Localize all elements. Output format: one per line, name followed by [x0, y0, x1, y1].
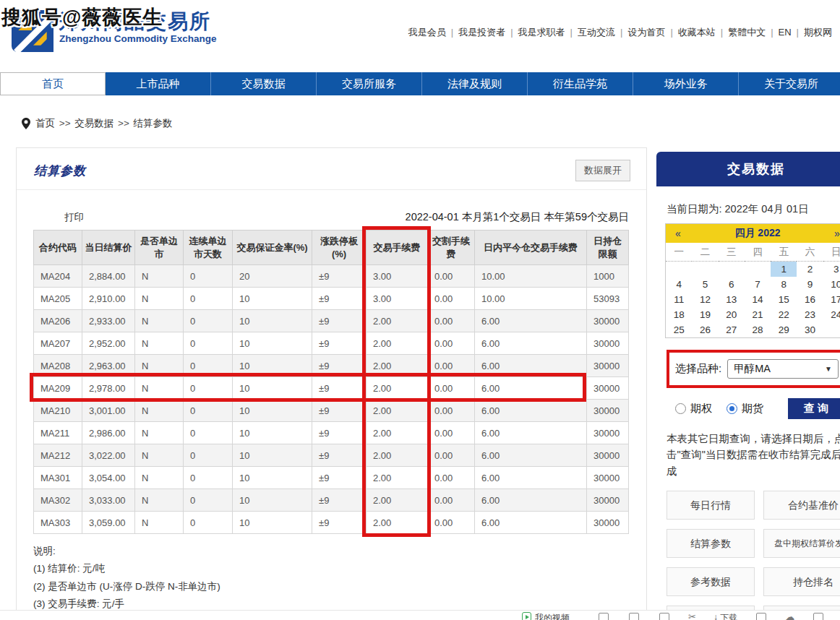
breadcrumb-item[interactable]: 首页: [35, 118, 55, 129]
calendar-day[interactable]: 19: [692, 307, 718, 322]
play-icon[interactable]: [522, 612, 531, 620]
calendar-day[interactable]: 5: [692, 277, 718, 292]
chevron-down-icon: ▼: [825, 365, 832, 373]
table-cell: 2.00: [367, 444, 428, 467]
sidebar-button[interactable]: 盘中期权结算价发布: [763, 529, 840, 558]
calendar-day[interactable]: 17: [823, 292, 840, 307]
calendar-day[interactable]: 18: [666, 307, 692, 322]
calendar-day[interactable]: 3: [823, 262, 840, 277]
table-cell: 6.00: [475, 422, 587, 444]
calendar-day-selected[interactable]: 1: [771, 262, 797, 277]
calendar-day[interactable]: 6: [719, 277, 745, 292]
sidebar-button[interactable]: 参考数据: [667, 567, 755, 596]
sidebar-button[interactable]: 持仓排名: [763, 567, 840, 596]
chat-icon[interactable]: [659, 613, 669, 620]
header-links: 我是会员|我是投资者|我是求职者|互动交流|设为首页|收藏本站|繁體中文|EN|…: [403, 26, 837, 39]
table-cell: 2,933.00: [82, 310, 135, 332]
table-cell: 6.00: [475, 444, 587, 467]
window-icon[interactable]: [813, 613, 823, 620]
table-cell: 2.00: [367, 422, 428, 444]
calendar-day[interactable]: 25: [666, 322, 692, 337]
header-link[interactable]: 收藏本站: [673, 27, 721, 38]
header-link[interactable]: 我是投资者: [453, 27, 510, 38]
calendar-day: [719, 262, 745, 277]
calendar-day[interactable]: 14: [745, 292, 771, 307]
table-cell: N: [135, 377, 184, 400]
data-expand-button[interactable]: 数据展开: [575, 160, 630, 181]
nav-tab[interactable]: 交易所服务: [317, 72, 422, 95]
cloud-icon[interactable]: ☁: [785, 612, 794, 620]
calendar-next-icon[interactable]: »: [825, 228, 840, 239]
calendar-day[interactable]: 4: [666, 277, 692, 292]
table-header-cell: 合约代码: [34, 231, 82, 265]
header-link[interactable]: 我是求职者: [513, 27, 570, 38]
breadcrumb-item[interactable]: 结算参数: [134, 118, 173, 129]
query-button[interactable]: 查询: [788, 398, 840, 419]
printer-icon[interactable]: [756, 613, 766, 620]
calendar-day[interactable]: 9: [797, 277, 823, 292]
header-link[interactable]: 设为首页: [622, 27, 670, 38]
print-link[interactable]: 打印: [64, 211, 84, 224]
calendar-day[interactable]: 29: [771, 322, 797, 337]
table-cell: MA205: [34, 288, 82, 310]
trading-data-sidebar: 交易数据 当前日期为: 2022年 04月 01日 « 四月 2022 » 一二…: [656, 152, 840, 620]
table-cell: 10: [233, 377, 312, 400]
table-cell: 0: [184, 332, 233, 355]
calendar-day[interactable]: 15: [771, 292, 797, 307]
download-button[interactable]: ↓ 下载: [713, 612, 737, 620]
table-cell: 0: [184, 288, 233, 310]
table-cell: ±9: [312, 489, 367, 512]
nav-tab[interactable]: 衍生品学苑: [528, 72, 633, 95]
table-cell: MA212: [34, 444, 82, 467]
calendar-day[interactable]: 7: [745, 277, 771, 292]
header-link[interactable]: 我是会员: [403, 27, 451, 38]
image-icon[interactable]: [629, 613, 639, 620]
product-dropdown[interactable]: 甲醇MA ▼: [727, 359, 839, 379]
header-link[interactable]: 互动交流: [573, 27, 620, 38]
table-cell: 2.00: [367, 400, 428, 422]
table-cell: 10: [233, 422, 312, 444]
table-cell: 2.00: [367, 467, 428, 489]
screen-icon[interactable]: [599, 613, 609, 620]
radio-期货[interactable]: 期货: [727, 402, 763, 416]
product-dropdown-value: 甲醇MA: [734, 362, 771, 376]
calendar-day[interactable]: 20: [719, 307, 745, 322]
nav-tab[interactable]: 上市品种: [106, 72, 211, 95]
header-link[interactable]: 期权网: [799, 27, 837, 38]
nav-tab[interactable]: 首页: [0, 72, 106, 95]
main-nav: 首页上市品种交易数据交易所服务法律及规则衍生品学苑场外业务关于交易所: [0, 72, 840, 95]
table-cell: 10: [233, 310, 312, 332]
breadcrumb-item[interactable]: 交易数据: [74, 118, 113, 129]
share-icon[interactable]: ✂: [688, 612, 696, 620]
calendar-day[interactable]: 23: [797, 307, 823, 322]
calendar-day[interactable]: 30: [797, 322, 823, 337]
nav-tab[interactable]: 法律及规则: [422, 72, 528, 95]
sidebar-button[interactable]: 合约基准价: [763, 491, 840, 520]
calendar-day[interactable]: 28: [745, 322, 771, 337]
radio-label: 期货: [742, 402, 763, 416]
sidebar-button[interactable]: 结算参数: [667, 529, 755, 558]
calendar-day[interactable]: 24: [823, 307, 840, 322]
radio-期权[interactable]: 期权: [675, 402, 712, 416]
sidebar-button[interactable]: 每日行情: [667, 491, 755, 520]
calendar-day[interactable]: 16: [797, 292, 823, 307]
table-header-cell: 日内平今仓交易手续费: [475, 231, 587, 265]
calendar-prev-icon[interactable]: «: [666, 228, 690, 239]
header-link[interactable]: 繁體中文: [723, 27, 771, 38]
calendar-day[interactable]: 21: [745, 307, 771, 322]
calendar-day[interactable]: 22: [771, 307, 797, 322]
calendar-day[interactable]: 10: [823, 277, 840, 292]
calendar-day[interactable]: 11: [666, 292, 692, 307]
header-link[interactable]: EN: [773, 27, 797, 38]
calendar-day[interactable]: 13: [719, 292, 745, 307]
calendar-day[interactable]: 2: [797, 262, 823, 277]
my-video-label[interactable]: 我的视频: [535, 612, 570, 620]
nav-tab[interactable]: 交易数据: [211, 72, 317, 95]
nav-tab[interactable]: 场外业务: [633, 72, 739, 95]
nav-tab[interactable]: 关于交易所: [739, 72, 840, 95]
calendar-day[interactable]: 27: [719, 322, 745, 337]
table-cell: 30000: [587, 489, 629, 512]
calendar-day[interactable]: 26: [692, 322, 718, 337]
calendar-day[interactable]: 8: [771, 277, 797, 292]
calendar-day[interactable]: 12: [692, 292, 718, 307]
